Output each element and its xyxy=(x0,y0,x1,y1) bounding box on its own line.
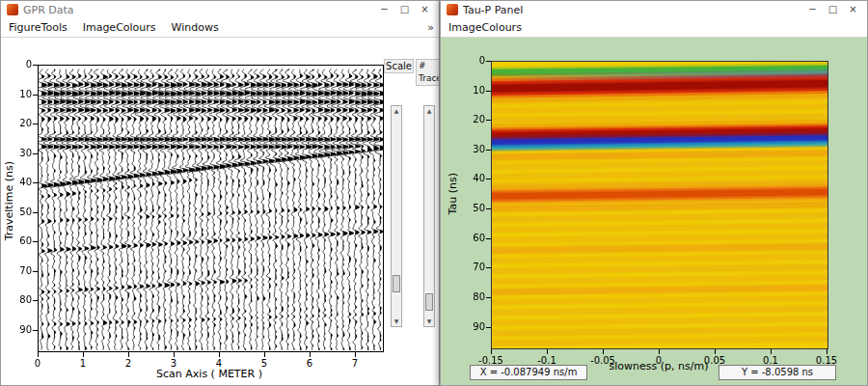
close-icon[interactable]: × xyxy=(415,1,435,18)
gpr-x-tick-label: 1 xyxy=(69,358,96,369)
gpr-wiggle-plot[interactable] xyxy=(38,65,384,352)
taup-x-tick-label: -0.1 xyxy=(528,355,566,366)
gpr-y-tick-label: 80 xyxy=(5,294,32,305)
gpr-x-tick-label: 3 xyxy=(160,358,187,369)
taup-y-tick-label: 80 xyxy=(460,291,485,302)
traces-slider-thumb[interactable] xyxy=(425,293,433,311)
traces-label: # Traces xyxy=(416,59,439,86)
window-controls: ─ □ × xyxy=(374,1,435,18)
tick-mark xyxy=(38,352,39,357)
taup-y-tick-label: 0 xyxy=(460,55,485,66)
taup-y-tick-label: 30 xyxy=(460,144,485,154)
slider-up-icon[interactable]: ▲ xyxy=(424,106,434,116)
tick-mark xyxy=(827,349,827,354)
x-coordinate-readout: X = -0.087949 ns/m xyxy=(470,365,587,380)
slider-down-icon[interactable]: ▼ xyxy=(392,317,401,326)
gpr-titlebar[interactable]: GPR Data ─ □ × xyxy=(1,1,439,18)
gpr-x-tick-label: 0 xyxy=(24,358,51,369)
taup-x-tick-label: 0.15 xyxy=(807,355,846,366)
taup-y-tick-label: 10 xyxy=(460,85,485,96)
taup-figure-area: slowness (p, ns/m) Tau (ns) X = -0.08794… xyxy=(441,38,867,385)
gpr-x-tick-label: 4 xyxy=(205,358,232,369)
gpr-y-tick-label: 30 xyxy=(5,148,32,158)
gpr-y-tick-label: 90 xyxy=(5,324,32,335)
tick-mark xyxy=(33,65,38,66)
menu-windows[interactable]: Windows xyxy=(172,21,219,34)
taup-heatmap[interactable] xyxy=(491,61,828,349)
tick-mark xyxy=(83,352,84,357)
taup-x-tick-label: 0.1 xyxy=(751,355,790,366)
gpr-y-tick-label: 50 xyxy=(5,207,32,217)
menu-imagecolours[interactable]: ImageColours xyxy=(448,21,522,34)
menu-figuretools[interactable]: FigureTools xyxy=(9,21,68,34)
taup-y-tick-label: 20 xyxy=(460,114,485,124)
window-title: GPR Data xyxy=(23,4,374,16)
tick-mark xyxy=(715,349,716,354)
tick-mark xyxy=(659,349,660,354)
tick-mark xyxy=(33,300,38,301)
gpr-x-tick-label: 6 xyxy=(296,358,323,369)
tick-mark xyxy=(547,349,548,354)
app-icon xyxy=(447,4,458,15)
close-icon[interactable]: × xyxy=(843,1,863,18)
tick-mark xyxy=(486,327,491,328)
tick-mark xyxy=(771,349,772,354)
gpr-x-tick-label: 2 xyxy=(115,358,142,369)
slider-up-icon[interactable]: ▲ xyxy=(392,106,401,116)
tick-mark xyxy=(128,352,129,357)
minimize-icon[interactable]: ─ xyxy=(802,1,823,18)
menu-overflow-chevron-icon[interactable]: » xyxy=(427,21,434,34)
taup-menubar: ImageColours xyxy=(441,18,867,38)
window-controls: ─ □ × xyxy=(802,1,863,18)
tick-mark xyxy=(486,91,491,92)
taup-x-tick-label: 0.05 xyxy=(695,355,734,366)
scale-slider-thumb[interactable] xyxy=(393,275,400,292)
taup-x-tick-label: -0.05 xyxy=(583,355,622,366)
taup-titlebar[interactable]: Tau-P Panel ─ □ × xyxy=(441,1,867,18)
gpr-menubar: FigureTools ImageColours Windows » xyxy=(1,18,439,38)
gpr-x-tick-label: 5 xyxy=(251,358,278,369)
tick-mark xyxy=(491,349,492,354)
desktop: GPR Data ─ □ × FigureTools ImageColours … xyxy=(0,0,868,386)
maximize-icon[interactable]: □ xyxy=(394,1,415,18)
taup-y-tick-label: 70 xyxy=(460,262,485,272)
gpr-x-tick-label: 7 xyxy=(341,358,368,369)
gpr-y-tick-label: 40 xyxy=(5,177,32,187)
tick-mark xyxy=(486,208,491,209)
tick-mark xyxy=(174,352,175,357)
scale-slider[interactable]: ▲ ▼ xyxy=(391,105,402,327)
menu-imagecolours[interactable]: ImageColours xyxy=(83,21,156,34)
tick-mark xyxy=(33,124,38,124)
tick-mark xyxy=(33,95,38,96)
maximize-icon[interactable]: □ xyxy=(823,1,843,18)
taup-y-tick-label: 90 xyxy=(460,321,485,332)
taup-y-tick-label: 50 xyxy=(460,203,485,213)
slider-down-icon[interactable]: ▼ xyxy=(424,317,434,326)
tick-mark xyxy=(33,212,38,213)
taup-x-tick-label: 0 xyxy=(639,355,678,366)
tick-mark xyxy=(486,120,491,121)
tick-mark xyxy=(33,153,38,154)
traces-slider[interactable]: ▲ ▼ xyxy=(423,105,435,327)
gpr-y-axis-label: Traveltime (ns) xyxy=(3,161,15,240)
y-coordinate-readout: Y = -8.0598 ns xyxy=(719,365,836,380)
app-icon xyxy=(7,4,18,15)
gpr-y-tick-label: 20 xyxy=(5,118,32,128)
tick-mark xyxy=(219,352,220,357)
tick-mark xyxy=(486,267,491,268)
tick-mark xyxy=(603,349,604,354)
window-title: Tau-P Panel xyxy=(463,4,802,16)
tick-mark xyxy=(355,352,356,357)
taup-y-tick-label: 40 xyxy=(460,173,485,183)
gpr-data-window: GPR Data ─ □ × FigureTools ImageColours … xyxy=(0,0,440,386)
scale-label: Scale xyxy=(384,59,414,73)
gpr-y-tick-label: 70 xyxy=(5,265,32,276)
tick-mark xyxy=(33,271,38,272)
taup-x-tick-label: -0.15 xyxy=(472,355,510,366)
gpr-y-tick-label: 10 xyxy=(5,89,32,99)
minimize-icon[interactable]: ─ xyxy=(374,1,394,18)
tick-mark xyxy=(33,182,38,183)
taup-panel-window: Tau-P Panel ─ □ × ImageColours slowness … xyxy=(440,0,868,386)
tick-mark xyxy=(310,352,311,357)
tick-mark xyxy=(486,238,491,239)
